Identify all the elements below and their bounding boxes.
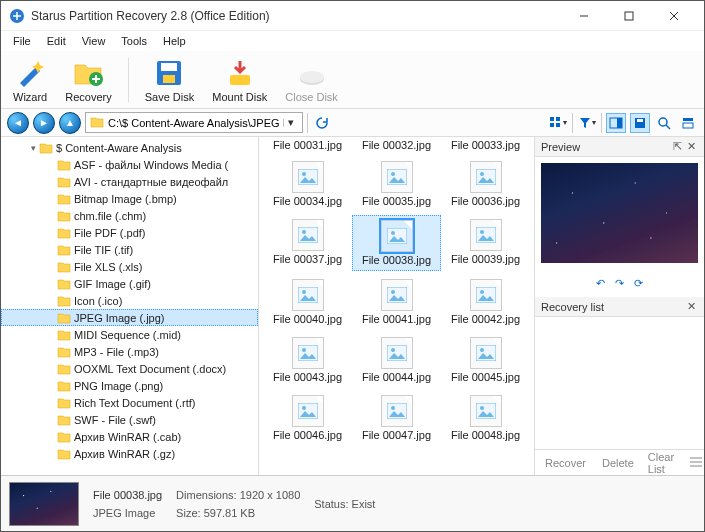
svg-point-45 [391,348,395,352]
view-options-button[interactable]: ▾ [548,113,568,133]
refresh-preview-icon[interactable]: ⟳ [634,277,643,290]
menu-edit[interactable]: Edit [39,33,74,49]
save-disk-button[interactable]: Save Disk [139,55,201,105]
tree-item[interactable]: chm.file (.chm) [1,207,258,224]
nav-up-button[interactable]: ▲ [59,112,81,134]
address-input[interactable] [108,117,284,129]
preview-pin-icon[interactable]: ⇱ [670,140,684,153]
preview-close-icon[interactable]: ✕ [684,140,698,153]
tree-item[interactable]: ASF - файлы Windows Media ( [1,156,258,173]
tree-item[interactable]: Rich Text Document (.rtf) [1,394,258,411]
file-item[interactable]: File 00036.jpg [441,157,530,211]
folder-icon [57,210,71,222]
svg-point-43 [302,348,306,352]
file-item[interactable]: File 00039.jpg [441,215,530,271]
recovery-button[interactable]: Recovery [59,55,117,105]
folder-icon [57,193,71,205]
preview-toggle-button[interactable] [606,113,626,133]
menu-tools[interactable]: Tools [113,33,155,49]
recover-button[interactable]: Recover [539,455,592,471]
file-item[interactable]: File 00041.jpg [352,275,441,329]
svg-rect-15 [556,123,560,127]
file-item[interactable]: File 00042.jpg [441,275,530,329]
close-disk-icon [296,57,328,89]
folder-icon [57,431,71,443]
file-item[interactable]: File 00035.jpg [352,157,441,211]
menu-view[interactable]: View [74,33,114,49]
file-item[interactable]: File 00038.jpg [352,215,441,271]
maximize-button[interactable] [606,2,651,30]
file-item[interactable]: File 00045.jpg [441,333,530,387]
tree-item[interactable]: Bitmap Image (.bmp) [1,190,258,207]
tree-item[interactable]: Архив WinRAR (.gz) [1,445,258,462]
folder-tree[interactable]: ▾$ Content-Aware AnalysisASF - файлы Win… [1,137,259,475]
tree-item[interactable]: JPEG Image (.jpg) [1,309,258,326]
side-panel: Preview ⇱ ✕ ↶ ↷ ⟳ Recovery list ✕ Recove… [534,137,704,475]
folder-icon [57,295,71,307]
tree-item[interactable]: MIDI Sequence (.mid) [1,326,258,343]
tree-item[interactable]: AVI - стандартные видеофайл [1,173,258,190]
folder-icon [57,380,71,392]
menu-help[interactable]: Help [155,33,194,49]
minimize-button[interactable] [561,2,606,30]
search-button[interactable] [654,113,674,133]
folder-plus-icon [72,57,104,89]
svg-rect-2 [625,12,633,20]
image-file-icon [470,279,502,311]
list-view-icon[interactable] [684,455,704,471]
address-dropdown-icon[interactable]: ▾ [284,116,298,129]
tree-item[interactable]: GIF Image (.gif) [1,275,258,292]
folder-icon [57,176,71,188]
svg-rect-17 [617,118,622,128]
svg-point-27 [391,172,395,176]
svg-point-20 [659,118,667,126]
svg-rect-14 [550,123,554,127]
image-file-icon [470,161,502,193]
file-item[interactable]: File 00034.jpg [263,157,352,211]
file-item[interactable]: File 00033.jpg [441,137,530,157]
file-item[interactable]: File 00040.jpg [263,275,352,329]
tree-item[interactable]: MP3 - File (.mp3) [1,343,258,360]
delete-button[interactable]: Delete [596,455,640,471]
image-file-icon [381,337,413,369]
tree-item[interactable]: File PDF (.pdf) [1,224,258,241]
wizard-button[interactable]: Wizard [7,55,53,105]
image-file-icon [470,337,502,369]
image-file-icon [292,219,324,251]
file-item[interactable]: File 00047.jpg [352,391,441,445]
file-list[interactable]: File 00031.jpgFile 00032.jpgFile 00033.j… [259,137,534,475]
filter-button[interactable]: ▾ [577,113,597,133]
nav-back-button[interactable]: ◄ [7,112,29,134]
file-item[interactable]: File 00043.jpg [263,333,352,387]
nav-forward-button[interactable]: ► [33,112,55,134]
address-field[interactable]: ▾ [85,112,303,133]
file-item[interactable]: File 00031.jpg [263,137,352,157]
close-button[interactable] [651,2,696,30]
tree-item[interactable]: File XLS (.xls) [1,258,258,275]
tree-item[interactable]: Архив WinRAR (.cab) [1,428,258,445]
options-button[interactable] [678,113,698,133]
file-item[interactable]: File 00037.jpg [263,215,352,271]
rotate-right-icon[interactable]: ↷ [615,277,624,290]
tree-item[interactable]: Icon (.ico) [1,292,258,309]
svg-point-37 [302,290,306,294]
clear-list-button[interactable]: Clear List [642,449,680,476]
save-panel-button[interactable] [630,113,650,133]
refresh-button[interactable] [312,113,332,133]
recovery-list-close-icon[interactable]: ✕ [684,300,698,313]
folder-icon [57,363,71,375]
tree-root[interactable]: ▾$ Content-Aware Analysis [1,139,258,156]
file-item[interactable]: File 00048.jpg [441,391,530,445]
tree-item[interactable]: SWF - File (.swf) [1,411,258,428]
file-item[interactable]: File 00032.jpg [352,137,441,157]
mount-disk-button[interactable]: Mount Disk [206,55,273,105]
tree-item[interactable]: File TIF (.tif) [1,241,258,258]
file-item[interactable]: File 00046.jpg [263,391,352,445]
tree-item[interactable]: PNG Image (.png) [1,377,258,394]
svg-point-51 [391,406,395,410]
svg-rect-7 [161,63,177,71]
menu-file[interactable]: File [5,33,39,49]
file-item[interactable]: File 00044.jpg [352,333,441,387]
tree-item[interactable]: OOXML Text Document (.docx) [1,360,258,377]
rotate-left-icon[interactable]: ↶ [596,277,605,290]
